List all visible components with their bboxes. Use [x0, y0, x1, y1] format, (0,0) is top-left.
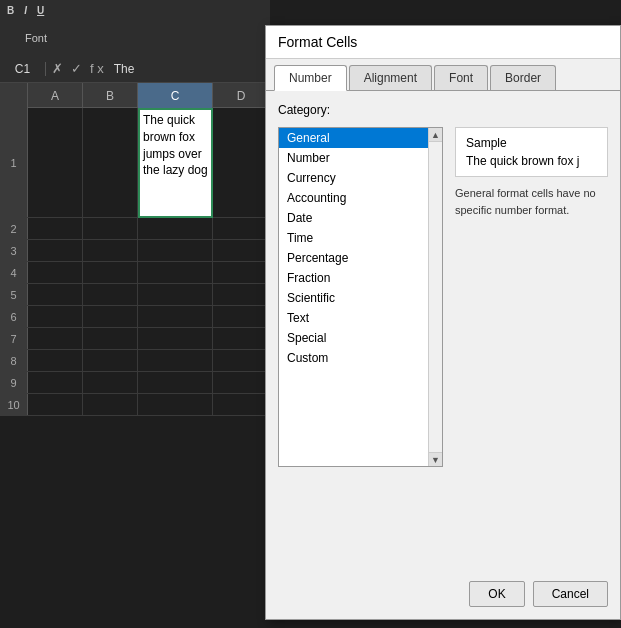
dialog-title: Format Cells: [266, 26, 620, 59]
cell-a1[interactable]: [28, 108, 83, 217]
cell-b3[interactable]: [83, 240, 138, 261]
category-list: General Number Currency Accounting Date …: [279, 128, 442, 368]
formula-icons: ✗ ✓ f x: [52, 61, 104, 76]
category-item-percentage[interactable]: Percentage: [279, 248, 442, 268]
formula-bar: C1 ✗ ✓ f x The: [0, 55, 270, 83]
category-list-container: General Number Currency Accounting Date …: [278, 127, 443, 467]
category-item-time[interactable]: Time: [279, 228, 442, 248]
cell-b2[interactable]: [83, 218, 138, 239]
cell-a8[interactable]: [28, 350, 83, 371]
cell-d10[interactable]: [213, 394, 270, 415]
table-row: 3: [0, 240, 270, 262]
cell-c8[interactable]: [138, 350, 213, 371]
tab-number[interactable]: Number: [274, 65, 347, 91]
category-item-fraction[interactable]: Fraction: [279, 268, 442, 288]
tab-alignment[interactable]: Alignment: [349, 65, 432, 90]
cell-c9[interactable]: [138, 372, 213, 393]
category-label: Category:: [278, 103, 608, 117]
font-label: Font: [6, 32, 66, 44]
confirm-icon[interactable]: ✓: [71, 61, 82, 76]
cancel-button[interactable]: Cancel: [533, 581, 608, 607]
row-number-5: 5: [0, 284, 28, 305]
column-headers: A B C D: [0, 83, 270, 108]
row-number-8: 8: [0, 350, 28, 371]
category-item-text[interactable]: Text: [279, 308, 442, 328]
column-header-b[interactable]: B: [83, 83, 138, 108]
cell-b6[interactable]: [83, 306, 138, 327]
scrollbar-track: [429, 142, 443, 452]
scrollbar-up-arrow[interactable]: ▲: [429, 128, 443, 142]
row-number-9: 9: [0, 372, 28, 393]
cell-a6[interactable]: [28, 306, 83, 327]
dialog-body: Category: General Number Currency Accoun…: [266, 91, 620, 479]
cell-d5[interactable]: [213, 284, 270, 305]
function-icon[interactable]: f x: [90, 61, 104, 76]
category-item-date[interactable]: Date: [279, 208, 442, 228]
column-header-a[interactable]: A: [28, 83, 83, 108]
tab-font[interactable]: Font: [434, 65, 488, 90]
category-item-scientific[interactable]: Scientific: [279, 288, 442, 308]
table-row: 5: [0, 284, 270, 306]
cell-c10[interactable]: [138, 394, 213, 415]
format-cells-dialog: Format Cells Number Alignment Font Borde…: [265, 25, 621, 620]
cell-d6[interactable]: [213, 306, 270, 327]
cell-a9[interactable]: [28, 372, 83, 393]
cell-a7[interactable]: [28, 328, 83, 349]
format-description: General format cells have no specific nu…: [455, 185, 608, 218]
table-row: 10: [0, 394, 270, 416]
category-item-special[interactable]: Special: [279, 328, 442, 348]
cell-b5[interactable]: [83, 284, 138, 305]
category-item-general[interactable]: General: [279, 128, 442, 148]
cell-c1[interactable]: The quick brown fox jumps over the lazy …: [138, 108, 213, 218]
row-number-4: 4: [0, 262, 28, 283]
cell-b10[interactable]: [83, 394, 138, 415]
cell-b7[interactable]: [83, 328, 138, 349]
cell-b8[interactable]: [83, 350, 138, 371]
category-item-accounting[interactable]: Accounting: [279, 188, 442, 208]
row-number-10: 10: [0, 394, 28, 415]
cell-c2[interactable]: [138, 218, 213, 239]
category-item-currency[interactable]: Currency: [279, 168, 442, 188]
cell-d4[interactable]: [213, 262, 270, 283]
cell-a2[interactable]: [28, 218, 83, 239]
cell-d8[interactable]: [213, 350, 270, 371]
cell-b9[interactable]: [83, 372, 138, 393]
cell-a10[interactable]: [28, 394, 83, 415]
cell-d2[interactable]: [213, 218, 270, 239]
cell-d7[interactable]: [213, 328, 270, 349]
cell-b1[interactable]: [83, 108, 138, 217]
cell-c7[interactable]: [138, 328, 213, 349]
column-header-c[interactable]: C: [138, 83, 213, 108]
column-header-d[interactable]: D: [213, 83, 270, 108]
bold-button[interactable]: B: [4, 4, 17, 17]
row-number-3: 3: [0, 240, 28, 261]
tab-border[interactable]: Border: [490, 65, 556, 90]
table-row: 6: [0, 306, 270, 328]
sample-box: Sample The quick brown fox j: [455, 127, 608, 177]
spreadsheet-grid: 1 The quick brown fox jumps over the laz…: [0, 108, 270, 628]
toolbar: B I U: [0, 0, 270, 20]
cell-a3[interactable]: [28, 240, 83, 261]
cell-d3[interactable]: [213, 240, 270, 261]
cell-c3[interactable]: [138, 240, 213, 261]
cell-b4[interactable]: [83, 262, 138, 283]
cell-c4[interactable]: [138, 262, 213, 283]
category-item-number[interactable]: Number: [279, 148, 442, 168]
cell-a5[interactable]: [28, 284, 83, 305]
table-row: 2: [0, 218, 270, 240]
category-item-custom[interactable]: Custom: [279, 348, 442, 368]
italic-button[interactable]: I: [21, 4, 30, 17]
sample-text: The quick brown fox j: [466, 154, 597, 168]
underline-button[interactable]: U: [34, 4, 47, 17]
cell-c5[interactable]: [138, 284, 213, 305]
cell-c6[interactable]: [138, 306, 213, 327]
scrollbar-down-arrow[interactable]: ▼: [429, 452, 443, 466]
cell-d1[interactable]: [213, 108, 270, 217]
ok-button[interactable]: OK: [469, 581, 524, 607]
table-row: 1 The quick brown fox jumps over the laz…: [0, 108, 270, 218]
table-row: 7: [0, 328, 270, 350]
cell-d9[interactable]: [213, 372, 270, 393]
cell-a4[interactable]: [28, 262, 83, 283]
cancel-icon[interactable]: ✗: [52, 61, 63, 76]
list-scrollbar[interactable]: ▲ ▼: [428, 128, 442, 466]
